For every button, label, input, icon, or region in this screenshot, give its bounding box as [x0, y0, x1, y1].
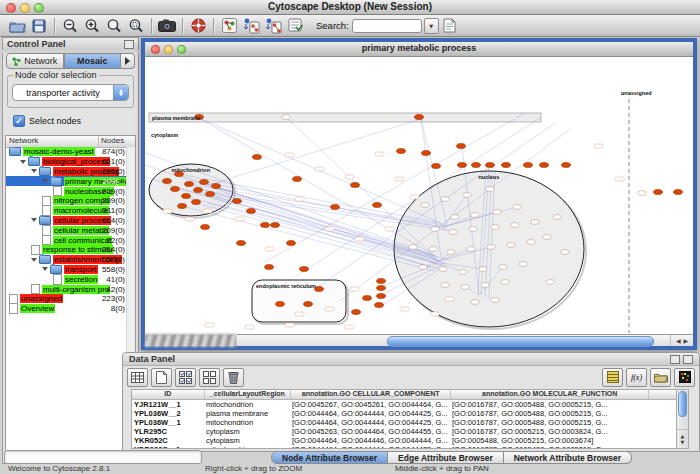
layout-edges-icon[interactable]	[262, 16, 284, 35]
tree-row[interactable]: biological_process651(0)	[6, 157, 127, 167]
disclosure-triangle-icon[interactable]	[20, 160, 26, 164]
zoom-in-icon[interactable]	[81, 16, 103, 35]
tree-row[interactable]: cellular metabo209(0)	[6, 225, 127, 235]
unselected-node	[467, 247, 475, 252]
vizmapper-icon[interactable]	[218, 16, 240, 35]
table-cell: YPL036W__1	[132, 418, 204, 427]
tab-node-attribute-browser[interactable]: Node Attribute Browser	[271, 451, 388, 464]
table-row[interactable]: YPL036W__2plasma membrane[GO:0044464, GO…	[132, 409, 678, 418]
tree-row[interactable]: cellular process614(0)	[6, 216, 127, 226]
unselected-node	[469, 227, 477, 232]
tree-row[interactable]: nitrogen compo209(0)	[6, 196, 127, 206]
save-icon[interactable]	[28, 16, 50, 35]
tree-row-count: 874(0)	[102, 147, 125, 156]
network-horizontal-scrollbar[interactable]: ◀▶	[237, 334, 693, 346]
node-label-chip	[345, 175, 354, 179]
network-canvas[interactable]: plasma membranecytoplasmmitochondrionnuc…	[145, 57, 693, 334]
tree-row[interactable]: metabolic process280(0)	[6, 167, 127, 177]
vscroll-arrows[interactable]: ▲▼	[677, 429, 688, 448]
snapshot-icon[interactable]	[156, 16, 178, 35]
grid-icon[interactable]	[127, 368, 148, 387]
unselected-node	[543, 235, 551, 240]
attribute-doc-icon[interactable]	[439, 16, 461, 35]
tree-row[interactable]: Overview8(0)	[6, 304, 127, 314]
table-row[interactable]: YLR295Ccytoplasm[GO:0045263, GO:0044464,…	[132, 427, 678, 436]
dropdown-stepper-icon: ▲▼	[113, 85, 128, 100]
compartment-label: unassigned	[621, 90, 652, 96]
data-panel-float-icon[interactable]	[670, 355, 680, 364]
tree-row[interactable]: secretion41(0)	[6, 274, 127, 284]
zoom-out-icon[interactable]	[59, 16, 81, 35]
layout-nodes-icon[interactable]	[240, 16, 262, 35]
tree-col-nodes[interactable]: Nodes	[99, 136, 135, 147]
node-label-chip	[265, 247, 274, 251]
selected-node	[654, 190, 663, 195]
disclosure-triangle-icon[interactable]	[42, 267, 48, 271]
table-row[interactable]: YJR121W__1mitochondrion[GO:0045267, GO:0…	[132, 400, 678, 409]
help-ring-icon[interactable]	[187, 16, 209, 35]
tree-row[interactable]: cell communicat22(0)	[6, 235, 127, 245]
search-options-icon[interactable]: ▼	[424, 18, 439, 34]
table-column-header[interactable]: _cellularLayoutRegion	[205, 390, 292, 399]
table-column-header[interactable]	[649, 390, 678, 399]
table-row[interactable]: YKR052Ccytoplasm[GO:0044464, GO:0044446,…	[132, 436, 678, 445]
unselect-all-icon[interactable]	[199, 368, 220, 387]
hscroll-arrows[interactable]: ◀▶	[670, 335, 693, 346]
main-toolbar: Search: ▼	[0, 15, 700, 37]
color-attribute-dropdown[interactable]: transporter activity ▲▼	[12, 84, 129, 101]
birdseye-widget[interactable]	[145, 334, 237, 347]
edge	[209, 119, 421, 185]
tree-row[interactable]: unassigned223(0)	[6, 294, 127, 304]
open-icon[interactable]	[6, 16, 28, 35]
vscroll-thumb[interactable]	[678, 391, 687, 417]
more-tabs-button[interactable]	[121, 53, 135, 69]
zoom-fit-icon[interactable]	[103, 16, 125, 35]
open-folder-icon[interactable]	[650, 368, 671, 387]
table-column-header[interactable]: annotation.GO MOLECULAR_FUNCTION	[451, 390, 649, 399]
select-all-icon[interactable]	[175, 368, 196, 387]
tree-row-count: 264(0)	[102, 245, 125, 254]
attribute-table-icon[interactable]	[602, 368, 623, 387]
tab-network[interactable]: Network	[6, 53, 64, 69]
control-panel-header: Control Panel	[2, 37, 139, 50]
tree-row[interactable]: transport558(0)	[6, 265, 127, 275]
file-icon	[42, 235, 51, 246]
table-row[interactable]: YPL036W__1mitochondrion[GO:0044464, GO:0…	[132, 418, 678, 427]
disclosure-triangle-icon[interactable]	[31, 258, 37, 262]
disclosure-triangle-icon[interactable]	[31, 169, 37, 173]
hscroll-thumb[interactable]	[387, 336, 654, 347]
tree-row[interactable]: response to stimulu264(0)	[6, 245, 127, 255]
search-input[interactable]	[352, 19, 422, 33]
tab-mosaic[interactable]: Mosaic	[64, 53, 122, 69]
zoom-hint: Right-click + drag to ZOOM	[205, 464, 302, 473]
zoom-selected-icon[interactable]	[125, 16, 147, 35]
matrix-icon[interactable]	[674, 368, 695, 387]
new-doc-icon[interactable]	[151, 368, 172, 387]
select-nodes-checkbox[interactable]: ✓	[13, 115, 25, 127]
tree-col-network[interactable]: Network	[6, 136, 99, 147]
tree-row[interactable]: mosaic-demo-yeast874(0)	[6, 147, 127, 157]
tree-row-count: 311(0)	[102, 206, 125, 215]
formula-icon[interactable]: f(x)	[626, 368, 647, 387]
trash-icon[interactable]	[223, 368, 244, 387]
tree-row-label: biological_process	[42, 157, 110, 166]
data-panel-close-icon[interactable]	[683, 355, 693, 364]
disclosure-triangle-icon[interactable]	[31, 218, 37, 222]
tree-row[interactable]: primary metabolic209(...	[6, 176, 127, 186]
tree-row[interactable]: establishment of lo558(0)	[6, 255, 127, 265]
tree-row[interactable]: nucleobase-c209(0)	[6, 186, 127, 196]
disclosure-triangle-icon[interactable]	[42, 179, 48, 183]
float-panel-icon[interactable]	[124, 40, 134, 49]
node-label-chip	[355, 237, 364, 241]
tab-network-attribute-browser[interactable]: Network Attribute Browser	[504, 451, 632, 464]
table-column-header[interactable]: ID	[132, 390, 205, 399]
table-vertical-scrollbar[interactable]: ▲▼	[676, 389, 689, 449]
filter-icon[interactable]	[284, 16, 306, 35]
tree-row-count: 558(0)	[102, 265, 125, 274]
tree-row[interactable]: multi-organism pro42(0)	[6, 284, 127, 294]
tab-edge-attribute-browser[interactable]: Edge Attribute Browser	[388, 451, 504, 464]
table-column-header[interactable]: annotation.GO CELLULAR_COMPONENT	[291, 390, 451, 399]
selected-node	[375, 303, 384, 308]
network-window-titlebar[interactable]: primary metabolic process	[145, 42, 693, 57]
tree-row[interactable]: macromolecule311(0)	[6, 206, 127, 216]
